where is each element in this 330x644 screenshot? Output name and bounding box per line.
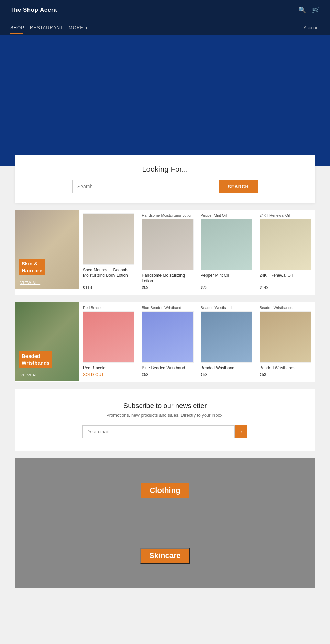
bead-item-0[interactable]: Red Bracelet Red Bracelet SOLD OUT [79,302,138,382]
bead-image-0 [83,311,134,363]
top-header: The Shop Accra 🔍 🛒 [0,0,330,20]
search-row: SEARCH [72,180,258,193]
product-image-3 [260,219,311,270]
nav-bar: SHOP RESTAURANT MORE ▾ Account [0,20,330,35]
site-title: The Shop Accra [10,7,57,13]
product-name-top-1: Handsome Moisturizing Lotion [142,213,193,217]
product-name-3: 24KT Renewal Oil [260,273,311,279]
product-name-0: Shea Moringa + Baobab Moisturizing Body … [83,268,134,278]
bead-name-2: Beaded Wristband [201,365,252,371]
bead-price-0: SOLD OUT [83,372,134,377]
hero-banner [0,35,330,166]
skincare-section: Skin &Haircare VIEW ALL Shea Moringa + B… [15,210,315,295]
bead-name-top-3: Beaded Wristbands [260,306,311,310]
newsletter-row: › [82,425,248,438]
skincare-bg-image [15,210,79,289]
beaded-section: BeadedWristbands VIEW ALL Red Bracelet R… [15,302,315,382]
bead-price-3: ¢53 [260,372,311,377]
nav-account[interactable]: Account [304,25,320,30]
product-image-0 [83,213,134,265]
beaded-label: BeadedWristbands [19,351,52,368]
skincare-row: Skin &Haircare VIEW ALL Shea Moringa + B… [15,210,315,295]
newsletter-submit-button[interactable]: › [235,425,248,438]
search-title: Looking For... [36,165,294,174]
product-item-1[interactable]: Handsome Moisturizing Lotion Handsome Mo… [138,210,197,295]
header-icons: 🔍 🛒 [298,6,320,14]
cart-icon[interactable]: 🛒 [312,6,320,14]
beaded-bg-image [15,302,79,381]
bead-item-2[interactable]: Beaded Wristband Beaded Wristband ¢53 [197,302,256,382]
nav-item-more[interactable]: MORE ▾ [69,21,94,34]
nav-item-restaurant[interactable]: RESTAURANT [30,21,69,34]
product-price-1: ¢69 [142,285,193,290]
bead-name-1: Blue Beaded Wristband [142,365,193,371]
search-button[interactable]: SEARCH [219,180,258,193]
beaded-products: Red Bracelet Red Bracelet SOLD OUT Blue … [79,302,315,382]
newsletter-section: Subscribe to our newsletter Promotions, … [15,389,315,451]
bead-item-1[interactable]: Blue Beaded Wristband Blue Beaded Wristb… [138,302,197,382]
bead-name-top-0: Red Bracelet [83,306,134,310]
product-image-2 [201,219,252,270]
search-input[interactable] [72,180,219,193]
product-item-2[interactable]: Pepper Mint Oil Pepper Mint Oil ¢73 [197,210,256,295]
product-item-0[interactable]: Shea Moringa + Baobab Moisturizing Body … [79,210,138,295]
skincare-label: Skin &Haircare [19,259,45,275]
product-price-3: ¢149 [260,285,311,290]
beaded-category-card[interactable]: BeadedWristbands VIEW ALL [15,302,79,381]
search-icon[interactable]: 🔍 [298,6,306,14]
product-name-1: Handsome Moisturizing Lotion [142,273,193,284]
skincare-view-all[interactable]: VIEW ALL [20,281,40,285]
newsletter-email-input[interactable] [82,425,235,438]
newsletter-subtitle: Promotions, new products and sales. Dire… [36,413,294,418]
bead-item-3[interactable]: Beaded Wristbands Beaded Wristbands ¢53 [256,302,315,382]
bead-name-3: Beaded Wristbands [260,365,311,371]
skincare-products: Shea Moringa + Baobab Moisturizing Body … [79,210,315,295]
collections-banner: Clothing Skincare [15,458,315,588]
bead-price-2: ¢53 [201,372,252,377]
bead-image-3 [260,311,311,363]
bead-name-top-1: Blue Beaded Wristband [142,306,193,310]
bead-image-1 [142,311,193,363]
product-price-2: ¢73 [201,285,252,290]
newsletter-title: Subscribe to our newsletter [36,402,294,410]
product-name-top-3: 24KT Renewal Oil [260,213,311,217]
bead-name-0: Red Bracelet [83,365,134,371]
skincare-collection-button[interactable]: Skincare [140,548,190,564]
skincare-category-card[interactable]: Skin &Haircare VIEW ALL [15,210,79,289]
nav-item-shop[interactable]: SHOP [10,21,30,34]
product-image-1 [142,219,193,270]
product-price-0: ¢118 [83,285,134,290]
clothing-collection-button[interactable]: Clothing [141,483,189,498]
beaded-row: BeadedWristbands VIEW ALL Red Bracelet R… [15,302,315,382]
product-name-top-2: Pepper Mint Oil [201,213,252,217]
bead-image-2 [201,311,252,363]
bead-name-top-2: Beaded Wristband [201,306,252,310]
search-section: Looking For... SEARCH [15,155,315,203]
product-name-2: Pepper Mint Oil [201,273,252,279]
product-item-3[interactable]: 24KT Renewal Oil 24KT Renewal Oil ¢149 [256,210,315,295]
beaded-view-all[interactable]: VIEW ALL [20,373,40,377]
bead-price-1: ¢53 [142,372,193,377]
